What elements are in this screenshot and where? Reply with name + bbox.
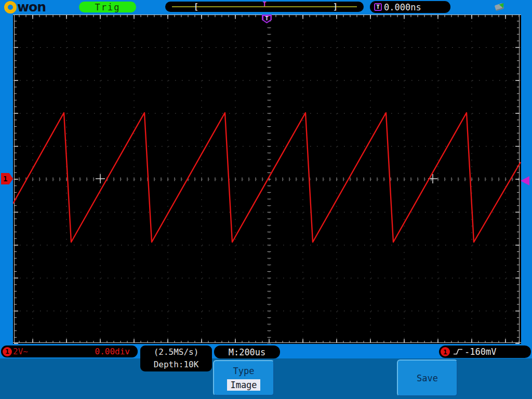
channel1-trace [13, 113, 521, 242]
usb-storage-icon [495, 3, 505, 10]
type-button-value: Image [227, 379, 260, 391]
trigger-position-shield-label: T [262, 15, 272, 22]
owon-logo: won [4, 1, 46, 14]
channel1-badge: 1 [3, 347, 12, 356]
acquisition-readout: (2.5MS/s) Depth:10K [140, 345, 212, 371]
owon-logo-text: won [17, 1, 46, 14]
sample-rate: (2.5MS/s) [154, 346, 199, 358]
window-right-bracket: ] [333, 2, 338, 11]
channel1-scale: 2V~ [13, 347, 28, 356]
trigger-level-readout: 1 -160mV [439, 345, 531, 358]
save-button[interactable]: Save [397, 360, 458, 396]
channel1-readout: 1 2V~ 0.00div [1, 345, 138, 357]
trigger-status-badge: Trig [79, 2, 136, 12]
trigger-time-value: 0.000ns [384, 2, 421, 12]
memory-trigger-marker-icon: T [262, 1, 266, 8]
trigger-status-label: Trig [95, 2, 121, 12]
trigger-source-badge: 1 [441, 347, 450, 356]
owon-logo-o-icon [4, 1, 17, 14]
waveform-display [13, 15, 521, 344]
window-left-bracket: [ [194, 2, 198, 11]
rising-edge-icon [453, 348, 463, 356]
trigger-t-icon: T [374, 3, 382, 11]
memory-depth: Depth:10K [154, 358, 199, 371]
trigger-level-value: -160mV [464, 347, 496, 357]
save-button-label: Save [417, 373, 438, 383]
memory-window-bar: [ ] T [165, 2, 364, 12]
type-button-label: Type [233, 366, 255, 376]
trigger-level-arrow-icon[interactable] [521, 176, 529, 185]
timebase-value: M:200us [229, 347, 266, 357]
channel1-zero-marker[interactable]: 1 [1, 173, 13, 184]
timebase-readout: M:200us [214, 345, 280, 358]
channel1-position: 0.00div [95, 347, 130, 356]
trigger-time-readout: T 0.000ns [370, 1, 450, 13]
graticule-and-trace [13, 15, 521, 344]
type-button[interactable]: Type Image [213, 360, 274, 396]
oscilloscope-screen: won Trig [ ] T T 0.000ns T 1 1 2V~ 0.00d… [0, 0, 532, 399]
